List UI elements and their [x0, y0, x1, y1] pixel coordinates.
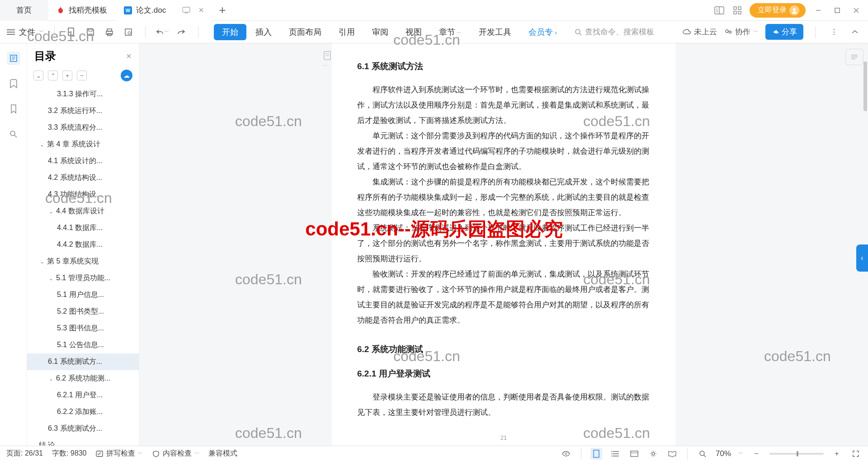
- outline-item[interactable]: 5.1 用户信息...: [27, 287, 139, 303]
- zoom-in-icon[interactable]: +: [831, 448, 843, 460]
- page-options-icon[interactable]: ﹀: [323, 51, 333, 70]
- outline-item[interactable]: 4.4.1 数据库...: [27, 220, 139, 236]
- tab-ref[interactable]: 引用: [330, 24, 363, 40]
- outline-item-label: 6.2.1 用户登...: [57, 390, 103, 400]
- settings-view-icon[interactable]: [647, 448, 659, 460]
- content-check[interactable]: 内容检查﹀: [152, 449, 199, 458]
- compat-mode[interactable]: 兼容模式: [208, 449, 237, 458]
- add-tab-button[interactable]: +: [212, 0, 233, 21]
- more-icon[interactable]: ⋮: [827, 25, 841, 39]
- document-viewport[interactable]: ﹀ 6.1 系统测试方法 程序软件进入到系统测试这一个环节时，也需要根据测试的方…: [139, 43, 868, 446]
- tab-chapter[interactable]: 章节 ﹀: [431, 24, 470, 40]
- zoom-level[interactable]: 70%: [716, 449, 731, 458]
- collab-icon: [724, 28, 732, 36]
- outline-panel-icon[interactable]: [7, 52, 20, 65]
- outline-item[interactable]: 6.2.2 添加账...: [27, 404, 139, 420]
- save-icon[interactable]: [84, 25, 97, 39]
- remove-heading-icon[interactable]: −: [77, 71, 87, 80]
- zoom-fit-icon[interactable]: [697, 448, 708, 460]
- cast-icon[interactable]: [182, 7, 190, 14]
- fullscreen-icon[interactable]: [850, 448, 862, 460]
- chevron-down-icon[interactable]: ⌄: [39, 141, 45, 148]
- page-view-icon[interactable]: [590, 448, 602, 460]
- collapse-all-icon[interactable]: ⌄: [33, 71, 43, 80]
- eye-protect-icon[interactable]: [560, 448, 572, 460]
- side-options-icon[interactable]: [845, 49, 863, 65]
- file-menu[interactable]: 文件﹀: [6, 27, 44, 38]
- svg-point-29: [729, 31, 731, 33]
- outline-item[interactable]: 4.2 系统结构设...: [27, 169, 139, 186]
- print-icon[interactable]: [103, 25, 116, 39]
- outline-item[interactable]: 5.1 公告信息...: [27, 337, 139, 353]
- outline-item[interactable]: 5.2 图书类型...: [27, 303, 139, 320]
- outline-view-icon[interactable]: [609, 448, 621, 460]
- preview-icon[interactable]: [122, 25, 135, 39]
- outline-item[interactable]: 6.3 系统测试分...: [27, 420, 139, 437]
- outline-item[interactable]: 4.4.2 数据库...: [27, 236, 139, 253]
- expand-all-icon[interactable]: ⌃: [48, 71, 58, 80]
- tab-review[interactable]: 审阅: [364, 24, 396, 40]
- bookmark-panel-icon[interactable]: [7, 77, 20, 90]
- collab-button[interactable]: 协作﹀: [724, 27, 758, 37]
- outline-item[interactable]: 3.2 系统运行环...: [27, 103, 139, 119]
- minimize-icon[interactable]: [812, 5, 825, 16]
- zoom-slider[interactable]: [769, 453, 824, 455]
- tab-vip[interactable]: 会员专 ›: [520, 24, 565, 40]
- outline-item[interactable]: ⌄4.4 数据库设计: [27, 203, 139, 220]
- outline-item[interactable]: 3.3 系统流程分...: [27, 119, 139, 136]
- svg-point-48: [611, 451, 612, 452]
- split-view-icon[interactable]: 1: [713, 5, 725, 16]
- collapse-ribbon-icon[interactable]: [848, 25, 862, 39]
- maximize-icon[interactable]: [831, 5, 844, 16]
- share-button[interactable]: 分享: [765, 24, 803, 40]
- add-heading-icon[interactable]: +: [62, 71, 72, 80]
- outline-item[interactable]: 4.1 系统设计的...: [27, 153, 139, 169]
- outline-close-icon[interactable]: ×: [126, 51, 132, 61]
- command-search[interactable]: 查找命令、搜索模板: [574, 27, 654, 37]
- chevron-down-icon[interactable]: ⌄: [39, 259, 45, 265]
- chevron-down-icon[interactable]: ⌄: [48, 275, 54, 282]
- login-button[interactable]: 立即登录: [750, 3, 806, 18]
- window-close-icon[interactable]: [850, 5, 863, 16]
- tab-dev[interactable]: 开发工具: [471, 24, 519, 40]
- spellcheck-toggle[interactable]: 拼写检查﹀: [95, 449, 143, 458]
- tab-home[interactable]: 首页: [0, 0, 48, 21]
- outline-item[interactable]: 6.1 系统测试方...: [27, 353, 139, 370]
- cloud-status[interactable]: 未上云: [682, 27, 717, 37]
- tab-view[interactable]: 视图: [397, 24, 430, 40]
- outline-item[interactable]: ⌄第 5 章系统实现: [27, 253, 139, 270]
- outline-item[interactable]: 3.1.3 操作可...: [27, 86, 139, 103]
- tab-start[interactable]: 开始: [214, 24, 246, 40]
- ribbon-mark-icon[interactable]: [7, 102, 20, 116]
- tab-layout[interactable]: 页面布局: [281, 24, 330, 40]
- tab-templates[interactable]: 找稻壳模板: [48, 0, 115, 21]
- close-icon[interactable]: ×: [198, 5, 204, 15]
- sync-icon[interactable]: ☁: [121, 70, 132, 81]
- shield-icon: [152, 450, 160, 457]
- outline-item[interactable]: 4.3 功能结构设...: [27, 186, 139, 203]
- web-view-icon[interactable]: [628, 448, 640, 460]
- outline-item[interactable]: 结 论: [27, 437, 139, 446]
- zoom-out-icon[interactable]: −: [750, 448, 762, 460]
- outline-item[interactable]: ⌄6.2 系统功能测...: [27, 370, 139, 387]
- word-count[interactable]: 字数: 9830: [52, 449, 86, 458]
- outline-item[interactable]: ⌄第 4 章 系统设计: [27, 136, 139, 153]
- outline-item[interactable]: 6.2.1 用户登...: [27, 387, 139, 404]
- outline-item[interactable]: ⌄5.1 管理员功能...: [27, 270, 139, 287]
- outline-item[interactable]: 5.3 图书信息...: [27, 320, 139, 337]
- redo-icon[interactable]: [175, 25, 188, 39]
- right-drawer-handle[interactable]: ‹: [856, 245, 868, 272]
- read-view-icon[interactable]: [666, 448, 678, 460]
- chevron-down-icon[interactable]: ⌄: [48, 208, 54, 215]
- tab-insert[interactable]: 插入: [247, 24, 280, 40]
- tab-document[interactable]: W 论文.doc ×: [115, 0, 212, 21]
- outline-item-label: 3.1.3 操作可...: [57, 89, 103, 99]
- apps-icon[interactable]: [731, 5, 743, 16]
- page-indicator[interactable]: 页面: 26/31: [6, 449, 43, 458]
- find-icon[interactable]: [7, 127, 20, 141]
- new-doc-icon[interactable]: [65, 25, 78, 39]
- undo-icon[interactable]: ﹀: [156, 25, 169, 39]
- chevron-down-icon[interactable]: ⌄: [48, 376, 54, 382]
- svg-rect-22: [106, 31, 113, 34]
- scrollbar-thumb[interactable]: [863, 61, 867, 111]
